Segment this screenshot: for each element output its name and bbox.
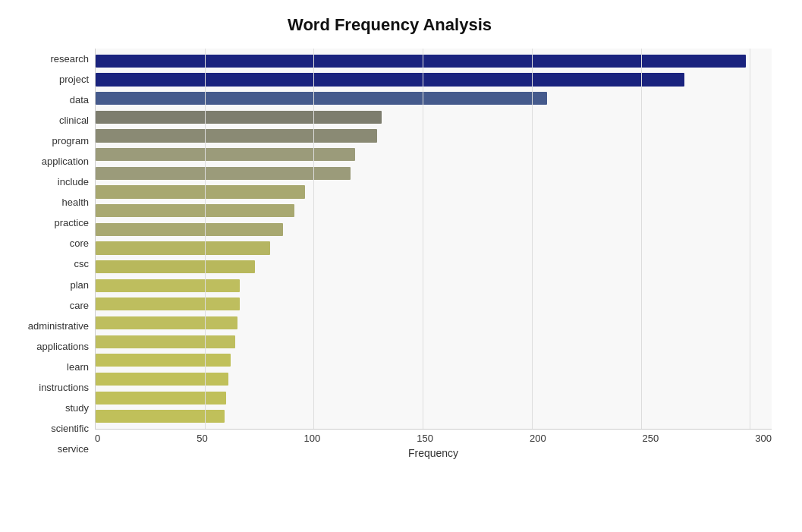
- bar-row: [96, 313, 772, 332]
- bar: [96, 373, 228, 386]
- y-label: core: [70, 238, 89, 248]
- y-label: learn: [67, 362, 89, 372]
- bar-row: [96, 183, 772, 202]
- y-label: care: [70, 301, 89, 310]
- gridline: [205, 49, 206, 429]
- bar-row: [96, 201, 772, 220]
- bar-row: [96, 351, 772, 370]
- y-label: administrative: [28, 321, 89, 331]
- bar: [96, 148, 355, 161]
- y-label: instructions: [39, 382, 89, 392]
- bar-row: [96, 389, 772, 408]
- bar-row: [96, 239, 772, 258]
- gridline: [641, 49, 642, 429]
- bar-row: [96, 89, 772, 108]
- chart-title: Word Frequency Analysis: [8, 15, 772, 35]
- gridline: [313, 49, 314, 429]
- bar: [96, 392, 226, 405]
- bar-row: [96, 71, 772, 90]
- bar-row: [96, 370, 772, 389]
- bar: [96, 241, 270, 254]
- bar-row: [96, 295, 772, 314]
- bar-row: [96, 257, 772, 276]
- bar: [96, 129, 377, 142]
- bar: [96, 92, 547, 105]
- bar: [96, 111, 382, 124]
- y-label: data: [70, 95, 89, 105]
- y-label: practice: [54, 218, 89, 228]
- y-label: health: [62, 197, 89, 207]
- bar: [96, 335, 235, 348]
- bar: [96, 279, 240, 292]
- y-label: research: [50, 54, 89, 64]
- x-tick-label: 150: [417, 433, 433, 444]
- y-label: plan: [70, 280, 89, 290]
- gridline: [423, 49, 423, 429]
- bar: [96, 297, 240, 310]
- bars-and-xaxis: 050100150200250300 Frequency: [95, 49, 772, 459]
- y-label: service: [58, 444, 89, 454]
- y-label: study: [65, 403, 89, 413]
- y-label: include: [58, 177, 89, 187]
- chart-container: Word Frequency Analysis researchprojectd…: [0, 0, 802, 532]
- x-tick-label: 0: [95, 433, 100, 444]
- bar: [96, 73, 684, 86]
- y-label: project: [59, 74, 89, 84]
- x-tick-label: 100: [304, 433, 321, 444]
- bar-row: [96, 164, 772, 183]
- bar: [96, 55, 746, 68]
- bar-rows: [96, 49, 772, 429]
- y-label: scientific: [51, 423, 89, 433]
- bar-row: [96, 145, 772, 164]
- bar: [96, 354, 231, 367]
- bars-area: [95, 49, 772, 430]
- gridline: [532, 49, 533, 429]
- bar: [96, 223, 283, 236]
- x-tick-label: 250: [643, 433, 659, 444]
- y-label: program: [52, 136, 89, 146]
- bar-row: [96, 332, 772, 351]
- y-label: clinical: [59, 115, 89, 125]
- bar-row: [96, 127, 772, 146]
- x-axis-title: Frequency: [95, 447, 772, 459]
- bar: [96, 260, 255, 273]
- bar: [96, 185, 305, 198]
- x-axis-labels: 050100150200250300: [95, 430, 772, 444]
- chart-area: researchprojectdataclinicalprogramapplic…: [8, 49, 772, 459]
- y-label: csc: [74, 259, 90, 269]
- bar: [96, 167, 351, 180]
- bar-row: [96, 407, 772, 426]
- bar-row: [96, 220, 772, 239]
- y-axis-labels: researchprojectdataclinicalprogramapplic…: [8, 49, 95, 459]
- bar-row: [96, 52, 772, 71]
- y-label: applications: [36, 342, 89, 351]
- bar-row: [96, 108, 772, 127]
- bar-row: [96, 276, 772, 295]
- x-tick-label: 50: [197, 433, 207, 444]
- bar: [96, 316, 237, 329]
- y-label: application: [42, 156, 89, 166]
- bar: [96, 204, 294, 217]
- x-tick-label: 200: [530, 433, 546, 444]
- gridline: [750, 49, 750, 429]
- x-tick-label: 300: [755, 433, 772, 444]
